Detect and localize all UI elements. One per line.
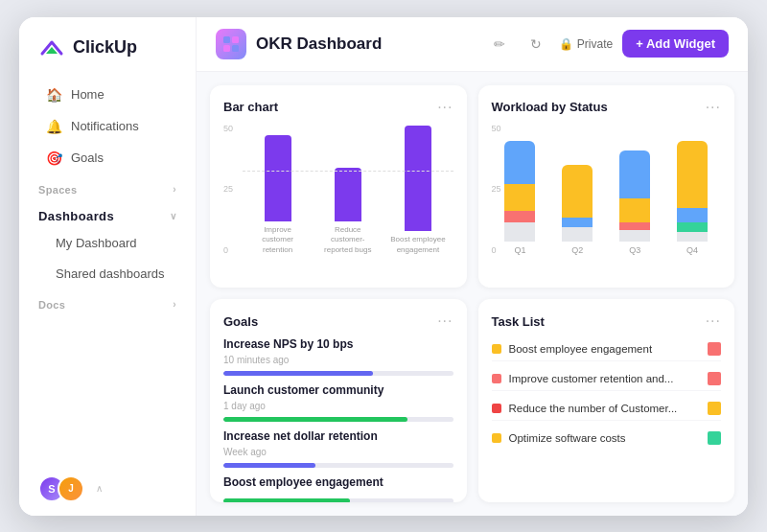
bar-label-3: Boost employeeengagement — [390, 235, 445, 255]
wl-y-50: 50 — [492, 124, 501, 133]
avatar-j: J — [58, 475, 84, 502]
q4-seg-gray — [677, 232, 708, 242]
sidebar-spaces-section: Spaces › — [19, 174, 196, 199]
q2-label: Q2 — [571, 245, 583, 255]
lock-icon: 🔒 — [559, 37, 573, 51]
spaces-label: Spaces — [38, 184, 78, 196]
app-window: ClickUp 🏠 Home 🔔 Notifications 🎯 Goals S… — [19, 17, 748, 516]
topbar: OKR Dashboard ✏ ↻ 🔒 Private + Add Widget — [197, 17, 748, 72]
wl-y-0: 0 — [492, 245, 501, 255]
svg-rect-0 — [223, 36, 230, 43]
sidebar-home-label: Home — [71, 87, 105, 102]
clickup-logo-icon — [38, 35, 65, 61]
bar-chart-card: Bar chart ··· 50 25 0 Improve customer — [210, 85, 467, 289]
shared-dashboards-label: Shared dashboards — [56, 266, 164, 281]
svg-rect-2 — [223, 45, 230, 52]
goals-header: Goals ··· — [223, 312, 453, 330]
goal-item-2: Launch customer community 1 day ago — [223, 383, 453, 422]
q4-bar — [677, 141, 708, 242]
sidebar-item-shared-dashboards[interactable]: Shared dashboards — [27, 259, 188, 289]
bar-label-2: Reduce customer-reported bugs — [319, 225, 377, 255]
bar-label-1: Improve customerretention — [249, 225, 307, 255]
edit-button[interactable]: ✏ — [486, 31, 513, 58]
q2-bar — [562, 165, 593, 242]
workload-y-labels: 50 25 0 — [492, 124, 501, 256]
bar-3 — [405, 126, 431, 231]
dashed-line — [243, 171, 453, 172]
private-indicator: 🔒 Private — [559, 37, 613, 51]
q1-seg-yellow — [504, 184, 535, 211]
task-flag-4 — [708, 431, 721, 445]
y-axis-labels: 50 25 0 — [223, 124, 233, 256]
y-label-25: 25 — [223, 184, 233, 194]
goal-progress-fill-2 — [223, 417, 407, 422]
goal-time-1: 10 minutes ago — [223, 355, 453, 365]
task-list-title: Task List — [492, 314, 545, 329]
q3-seg-red — [619, 222, 650, 230]
footer-chevron: ∧ — [96, 483, 103, 494]
workload-title: Workload by Status — [492, 100, 608, 114]
wl-y-25: 25 — [492, 184, 501, 194]
goal-time-2: 1 day ago — [223, 401, 453, 411]
sidebar-item-goals[interactable]: 🎯 Goals — [27, 143, 188, 173]
q2-bar-group: Q2 — [562, 165, 593, 255]
q3-seg-gray — [619, 230, 650, 242]
workload-chart-card: Workload by Status ··· 50 25 0 — [478, 85, 735, 289]
goal-progress-fill-3 — [223, 463, 315, 468]
task-flag-1 — [708, 342, 721, 356]
q1-label: Q1 — [514, 245, 525, 255]
sidebar-docs-section: Docs › — [19, 289, 196, 314]
task-list-menu[interactable]: ··· — [706, 312, 721, 330]
task-name-2: Improve customer retention and... — [509, 373, 701, 384]
q3-seg-yellow — [619, 198, 650, 222]
sidebar-item-notifications[interactable]: 🔔 Notifications — [27, 111, 188, 142]
svg-rect-3 — [232, 45, 239, 52]
task-list-header: Task List ··· — [492, 312, 722, 330]
my-dashboard-label: My Dashboard — [56, 236, 137, 250]
goal-time-3: Week ago — [223, 447, 453, 457]
private-label: Private — [577, 37, 613, 51]
home-icon: 🏠 — [46, 87, 61, 103]
svg-rect-1 — [232, 36, 239, 43]
goal-item-3: Increase net dollar retention Week ago — [223, 429, 453, 468]
q1-bar-group: Q1 — [504, 141, 535, 255]
task-list: Boost employee engagement Improve custom… — [492, 337, 722, 489]
refresh-button[interactable]: ↻ — [523, 31, 549, 58]
goals-title: Goals — [223, 314, 258, 329]
bar-group-2: Reduce customer-reported bugs — [313, 168, 383, 255]
q2-seg-blue — [562, 218, 593, 227]
q3-label: Q3 — [629, 245, 640, 255]
bell-icon: 🔔 — [46, 119, 61, 134]
goal-progress-bar-4 — [223, 498, 453, 502]
goals-icon: 🎯 — [46, 150, 61, 166]
task-list-card: Task List ··· Boost employee engagement … — [478, 299, 735, 502]
task-flag-3 — [708, 402, 721, 415]
logo: ClickUp — [19, 17, 196, 75]
goal-name-2: Launch customer community — [223, 383, 453, 397]
bar-1 — [265, 135, 291, 221]
goal-item-1: Increase NPS by 10 bps 10 minutes ago — [223, 337, 453, 376]
dashboard-title: OKR Dashboard — [256, 35, 476, 54]
topbar-actions: ✏ ↻ 🔒 Private + Add Widget — [486, 30, 729, 58]
goal-name-1: Increase NPS by 10 bps — [223, 337, 453, 351]
q4-seg-blue — [677, 208, 708, 222]
bar-chart-menu[interactable]: ··· — [437, 99, 453, 116]
sidebar-item-my-dashboard[interactable]: My Dashboard — [27, 228, 188, 258]
bar-group-1: Improve customerretention — [243, 135, 313, 255]
q4-seg-yellow — [677, 141, 708, 208]
docs-arrow: › — [173, 299, 176, 310]
dashboard-grid: Bar chart ··· 50 25 0 Improve customer — [197, 72, 748, 516]
spaces-arrow: › — [173, 184, 176, 195]
workload-bars: 50 25 0 Q1 — [492, 124, 722, 275]
task-name-4: Optimize software costs — [509, 432, 701, 444]
task-item-2: Improve customer retention and... — [492, 367, 722, 391]
q3-bar — [619, 150, 650, 242]
sidebar-dashboards-section[interactable]: Dashboards ∨ — [19, 199, 196, 227]
main-content: OKR Dashboard ✏ ↻ 🔒 Private + Add Widget… — [197, 17, 748, 516]
workload-menu[interactable]: ··· — [706, 99, 721, 116]
sidebar-item-home[interactable]: 🏠 Home — [27, 80, 188, 110]
add-widget-button[interactable]: + Add Widget — [622, 30, 729, 58]
goals-menu[interactable]: ··· — [437, 312, 453, 330]
user-avatars[interactable]: S J — [38, 475, 84, 502]
task-dot-3 — [492, 404, 501, 413]
